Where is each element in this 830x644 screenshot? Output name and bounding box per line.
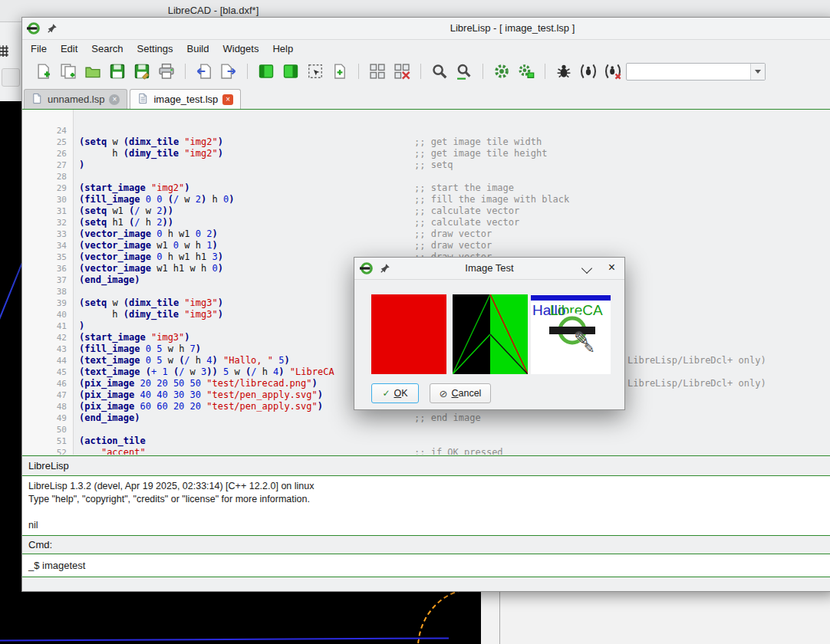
- code-comment: ;; get image tile width: [414, 136, 542, 148]
- line-number: 50: [22, 424, 67, 435]
- open-file-button[interactable]: [84, 62, 102, 80]
- line-number: 36: [22, 263, 67, 274]
- print-button[interactable]: [157, 62, 176, 80]
- toolbar-separator: [483, 64, 483, 79]
- line-number: 43: [22, 343, 67, 355]
- line-number: 30: [22, 194, 67, 205]
- menu-help[interactable]: Help: [265, 41, 300, 57]
- tab-close-modified-button[interactable]: ×: [222, 94, 233, 105]
- document-lines-icon: [137, 93, 149, 107]
- menu-widgets[interactable]: Widgets: [216, 41, 265, 57]
- debug-start-button[interactable]: [579, 62, 598, 80]
- code-line: 26 h (dimy_tile "img2");; get image tile…: [22, 148, 830, 159]
- new-file-button[interactable]: [35, 62, 53, 80]
- tab-close-button[interactable]: ×: [109, 94, 120, 105]
- debug-button[interactable]: [555, 62, 573, 80]
- dialog-titlebar[interactable]: Image Test ×: [354, 258, 624, 280]
- toolbar-icons: [35, 62, 622, 80]
- cad-canvas-left[interactable]: [0, 101, 21, 591]
- panel-divider: [499, 592, 500, 644]
- console-line: [28, 506, 829, 519]
- line-number: 47: [22, 389, 67, 401]
- toolbar-separator: [185, 64, 186, 79]
- image-tile-vectors: [453, 294, 528, 374]
- console-panel-header: LibreLisp: [22, 456, 830, 475]
- combobox-dropdown-button[interactable]: [750, 64, 765, 80]
- save-file-button[interactable]: [108, 62, 127, 80]
- ok-button[interactable]: ✓OK: [371, 383, 419, 403]
- line-number: 44: [22, 355, 67, 366]
- save-file-as-button[interactable]: [133, 62, 151, 80]
- code-line: 51(action_tile: [22, 435, 830, 447]
- panel-right-button[interactable]: [282, 62, 300, 80]
- line-number: 25: [22, 136, 67, 148]
- cad-line-blue: [0, 229, 21, 365]
- command-input[interactable]: _$ imagetest: [22, 554, 830, 577]
- cmd-panel-title: Cmd:: [28, 539, 52, 550]
- code-line: 49(end_image);; end image: [22, 412, 830, 424]
- line-number: 40: [22, 309, 67, 320]
- librelisp-titlebar[interactable]: LibreLisp - [ image_test.lsp ]: [22, 18, 830, 40]
- debug-stop-button[interactable]: [604, 62, 622, 80]
- librecad-left-toolbar: [0, 22, 21, 101]
- line-number: 38: [22, 286, 67, 297]
- line-number: 39: [22, 297, 67, 309]
- tab-image-test-lsp[interactable]: image_test.lsp ×: [130, 89, 241, 109]
- cad-side-panel: [481, 591, 830, 644]
- cancel-button[interactable]: ⊘Cancel: [430, 383, 491, 403]
- menu-build[interactable]: Build: [180, 41, 216, 57]
- settings-button[interactable]: [492, 62, 511, 80]
- line-number: 24: [22, 125, 67, 136]
- add-doc-button[interactable]: [331, 62, 349, 80]
- load-prev-button[interactable]: [195, 62, 213, 80]
- selection-mode-button[interactable]: [306, 62, 324, 80]
- pin-icon[interactable]: [47, 23, 58, 37]
- code-comment: ;; end image: [414, 412, 481, 424]
- code-comment: ;; setq: [414, 159, 453, 171]
- console-panel-title: LibreLisp: [28, 460, 69, 472]
- menu-settings[interactable]: Settings: [130, 41, 180, 57]
- check-icon: ✓: [382, 388, 390, 399]
- code-line: 31(setq w1 (/ w 2));; calculate vector: [22, 205, 830, 217]
- window-title: LibreLisp - [ image_test.lsp ]: [450, 22, 575, 34]
- line-number: 46: [22, 378, 67, 389]
- find-next-button[interactable]: [455, 62, 473, 80]
- menu-file[interactable]: File: [24, 41, 54, 57]
- line-number: 29: [22, 182, 67, 194]
- menu-search[interactable]: Search: [84, 41, 130, 57]
- cancel-circle-icon: ⊘: [440, 388, 448, 399]
- line-number: 31: [22, 205, 67, 217]
- line-number: 27: [22, 159, 67, 171]
- tab-unnamed-lsp[interactable]: unnamed.lsp ×: [24, 89, 127, 109]
- line-number: 32: [22, 217, 67, 228]
- tab-label: image_test.lsp: [153, 94, 218, 105]
- close-blocks-button[interactable]: [393, 62, 411, 80]
- find-button[interactable]: [430, 62, 449, 80]
- cmd-bottom-separator: [22, 577, 830, 577]
- disabled-tool-icon: [2, 68, 20, 87]
- load-next-button[interactable]: [219, 62, 238, 80]
- panel-left-button[interactable]: [257, 62, 275, 80]
- code-comment: ;; if OK pressed: [414, 447, 503, 455]
- code-comment-tail: LibreLisp/LibreDcl+ only): [627, 355, 766, 366]
- line-number: 33: [22, 228, 67, 240]
- code-comment: ;; draw vector: [414, 228, 492, 240]
- menu-bar: FileEditSearchSettingsBuildWidgetsHelp: [22, 39, 830, 58]
- document-icon: [31, 93, 43, 107]
- code-line: 50: [22, 424, 830, 435]
- console-output[interactable]: LibreLisp 1.3.2 (devel, Apr 19 2025, 02:…: [22, 476, 830, 535]
- librecad-logo-image: [531, 294, 611, 374]
- console-line: Type "help", "copyright", "credits" or "…: [28, 493, 829, 506]
- tile-blocks-button[interactable]: [368, 62, 387, 80]
- grid-icon[interactable]: [0, 44, 10, 61]
- search-combobox[interactable]: [626, 63, 766, 80]
- new-from-template-button[interactable]: [59, 62, 77, 80]
- dialog-close-button[interactable]: ×: [608, 260, 615, 275]
- code-line: 30(fill_image 0 0 (/ w 2) h 0);; fill th…: [22, 194, 830, 205]
- menu-edit[interactable]: Edit: [54, 41, 84, 57]
- cad-canvas-bottom[interactable]: [0, 591, 481, 644]
- code-comment: ;; draw vector: [414, 240, 492, 251]
- run-button[interactable]: [517, 62, 535, 80]
- image-tile-text: Hallo, LibreCA ✎ ✎: [531, 294, 611, 374]
- pen-icon-small: ✎: [584, 340, 595, 356]
